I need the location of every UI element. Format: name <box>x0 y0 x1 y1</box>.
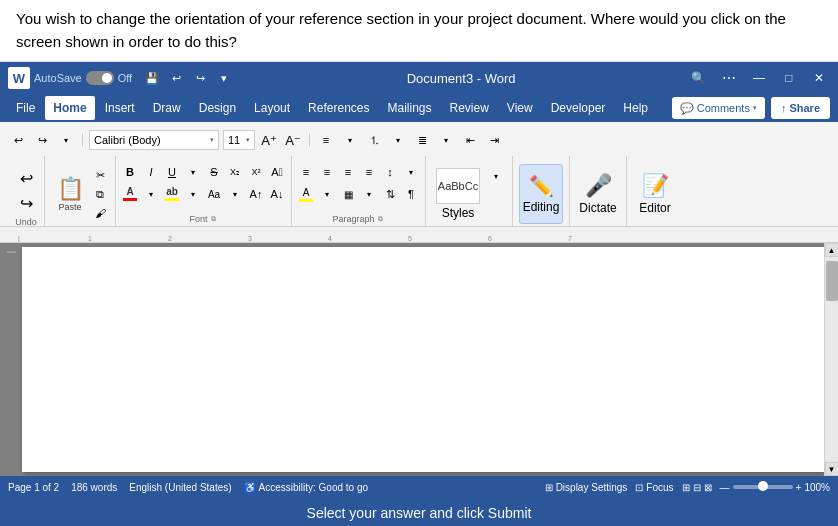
format-painter-btn[interactable]: 🖌 <box>91 204 109 222</box>
subscript-btn[interactable]: X₂ <box>225 162 245 182</box>
zoom-slider[interactable] <box>733 485 793 489</box>
font-case-down[interactable]: A↓ <box>267 184 287 204</box>
undo-dropdown-btn[interactable]: ▾ <box>56 130 76 150</box>
menu-mailings[interactable]: Mailings <box>379 96 439 120</box>
undo-ribbon-btn[interactable]: ↩ <box>8 130 28 150</box>
copy-btn[interactable]: ⧉ <box>91 185 109 203</box>
show-marks-btn[interactable]: ¶ <box>401 184 421 204</box>
menu-design[interactable]: Design <box>191 96 244 120</box>
ribbon-collapse-btn[interactable]: ⋯ <box>718 67 740 89</box>
highlight-color-btn[interactable]: ab <box>162 184 182 204</box>
styles-expand-btn[interactable]: ▾ <box>486 166 506 186</box>
zoom-in-btn[interactable]: + <box>796 482 802 493</box>
maximize-btn[interactable]: □ <box>778 67 800 89</box>
menu-file[interactable]: File <box>8 96 43 120</box>
menu-developer[interactable]: Developer <box>543 96 614 120</box>
comments-button[interactable]: 💬 Comments ▾ <box>672 97 765 119</box>
page-info[interactable]: Page 1 of 2 <box>8 482 59 493</box>
line-spacing-btn[interactable]: ↕ <box>380 162 400 182</box>
sort-btn[interactable]: ⇅ <box>380 184 400 204</box>
display-settings-btn[interactable]: ⊞ Display Settings <box>545 482 628 493</box>
page-marker: | <box>6 251 16 253</box>
redo-main-btn[interactable]: ↪ <box>14 191 38 215</box>
shading-btn[interactable]: A <box>296 184 316 204</box>
zoom-out-btn[interactable]: — <box>720 482 730 493</box>
minimize-btn[interactable]: — <box>748 67 770 89</box>
word-count[interactable]: 186 words <box>71 482 117 493</box>
clear-format-btn[interactable]: A⃝ <box>267 162 287 182</box>
bold-btn[interactable]: B <box>120 162 140 182</box>
customize-quick-btn[interactable]: ▾ <box>214 68 234 88</box>
zoom-level[interactable]: 100% <box>804 482 830 493</box>
menu-layout[interactable]: Layout <box>246 96 298 120</box>
font-aa-dropdown[interactable]: ▾ <box>225 184 245 204</box>
align-justify-btn[interactable]: ≡ <box>359 162 379 182</box>
font-color-dropdown[interactable]: ▾ <box>141 184 161 204</box>
menu-home[interactable]: Home <box>45 96 94 120</box>
line-spacing-dropdown[interactable]: ▾ <box>401 162 421 182</box>
italic-btn[interactable]: I <box>141 162 161 182</box>
autosave-toggle[interactable] <box>86 71 114 85</box>
editing-btn[interactable]: ✏️ Editing <box>519 164 563 224</box>
search-btn[interactable]: 🔍 <box>688 67 710 89</box>
scroll-up-btn[interactable]: ▲ <box>825 243 839 257</box>
menu-view[interactable]: View <box>499 96 541 120</box>
scroll-thumb[interactable] <box>826 261 838 301</box>
strikethrough-btn[interactable]: S <box>204 162 224 182</box>
align-center-btn[interactable]: ≡ <box>317 162 337 182</box>
share-button[interactable]: ↑ Share <box>771 97 830 119</box>
align-right-btn[interactable]: ≡ <box>338 162 358 182</box>
scroll-track[interactable] <box>825 257 839 462</box>
increase-indent-btn[interactable]: ⇥ <box>484 130 504 150</box>
shading-dropdown[interactable]: ▾ <box>317 184 337 204</box>
align-left-btn[interactable]: ≡ <box>296 162 316 182</box>
font-color-btn[interactable]: A <box>120 184 140 204</box>
dictate-btn[interactable]: 🎤 Dictate <box>576 164 620 224</box>
font-size-selector[interactable]: 11 ▾ <box>223 130 255 150</box>
styles-btn[interactable]: AaBbCc Styles <box>432 164 484 224</box>
undo-main-btn[interactable]: ↩ <box>14 166 38 190</box>
borders-btn[interactable]: ▦ <box>338 184 358 204</box>
paragraph-expand-icon[interactable]: ⧉ <box>377 215 385 223</box>
status-right: ⊞ Display Settings ⊡ Focus ⊞ ⊟ ⊠ — + 100… <box>545 482 830 493</box>
focus-btn[interactable]: ⊡ Focus <box>635 482 673 493</box>
underline-dropdown[interactable]: ▾ <box>183 162 203 182</box>
number-list-btn[interactable]: ⒈ <box>364 130 384 150</box>
cut-btn[interactable]: ✂ <box>91 166 109 184</box>
bullet-list-dropdown[interactable]: ▾ <box>340 130 360 150</box>
font-expand-icon[interactable]: ⧉ <box>210 215 218 223</box>
font-case-up[interactable]: A↑ <box>246 184 266 204</box>
paste-btn[interactable]: 📋 Paste <box>51 164 89 224</box>
doc-language[interactable]: English (United States) <box>129 482 231 493</box>
multilevel-list-btn[interactable]: ≣ <box>412 130 432 150</box>
menu-insert[interactable]: Insert <box>97 96 143 120</box>
save-quick-btn[interactable]: 💾 <box>142 68 162 88</box>
undo-quick-btn[interactable]: ↩ <box>166 68 186 88</box>
decrease-indent-btn[interactable]: ⇤ <box>460 130 480 150</box>
redo-quick-btn[interactable]: ↪ <box>190 68 210 88</box>
multilevel-list-dropdown[interactable]: ▾ <box>436 130 456 150</box>
highlight-dropdown[interactable]: ▾ <box>183 184 203 204</box>
font-size-increase-btn[interactable]: A⁺ <box>259 130 279 150</box>
menu-review[interactable]: Review <box>442 96 497 120</box>
editor-btn[interactable]: 📝 Editor <box>633 164 677 224</box>
close-btn[interactable]: ✕ <box>808 67 830 89</box>
font-size-decrease-btn[interactable]: A⁻ <box>283 130 303 150</box>
document-page[interactable] <box>22 247 824 472</box>
font-name-selector[interactable]: Calibri (Body) ▾ <box>89 130 219 150</box>
superscript-btn[interactable]: X² <box>246 162 266 182</box>
bullet-list-btn[interactable]: ≡ <box>316 130 336 150</box>
web-view-btn[interactable]: ⊟ <box>693 482 701 493</box>
print-view-btn[interactable]: ⊞ <box>682 482 690 493</box>
menu-help[interactable]: Help <box>615 96 656 120</box>
menu-draw[interactable]: Draw <box>145 96 189 120</box>
scroll-down-btn[interactable]: ▼ <box>825 462 839 476</box>
font-aa-btn[interactable]: Aa <box>204 184 224 204</box>
menu-references[interactable]: References <box>300 96 377 120</box>
borders-dropdown[interactable]: ▾ <box>359 184 379 204</box>
read-view-btn[interactable]: ⊠ <box>704 482 712 493</box>
accessibility-status[interactable]: ♿ Accessibility: Good to go <box>244 482 369 493</box>
underline-btn[interactable]: U <box>162 162 182 182</box>
number-list-dropdown[interactable]: ▾ <box>388 130 408 150</box>
redo-ribbon-btn[interactable]: ↪ <box>32 130 52 150</box>
